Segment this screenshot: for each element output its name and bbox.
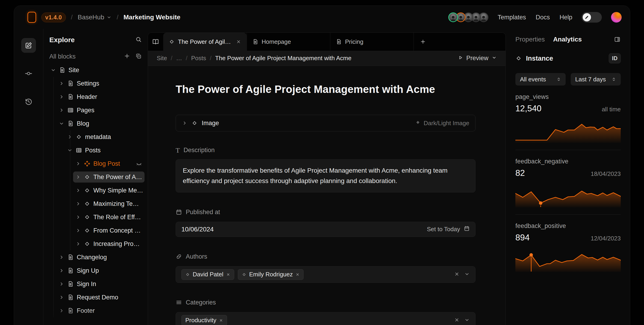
chevron-right-icon[interactable] [59,108,64,113]
tree-item-increasing-pro[interactable]: Increasing Pro… [43,237,148,250]
chip-emily-rodriguez[interactable]: Emily Rodriguez [238,269,304,280]
project-name[interactable]: Marketing Website [124,14,180,21]
search-icon[interactable] [135,36,142,44]
tree-item-header[interactable]: Header [43,90,148,104]
tree-item-request-demo[interactable]: Request Demo [43,291,148,304]
diamond-icon [169,39,175,45]
editor-tab[interactable]: Pricing [330,33,414,51]
diamond-icon [192,120,198,126]
editor-tab[interactable]: The Power of Agile… [163,33,247,51]
topbar-link-help[interactable]: Help [560,14,572,21]
chevron-right-icon[interactable] [67,134,72,140]
tree-item-why-simple-me[interactable]: Why Simple Me… [43,184,148,197]
breadcrumb-segment[interactable]: Site [157,55,167,62]
edit-mode-toggle[interactable] [582,12,602,22]
tab-analytics[interactable]: Analytics [553,36,582,43]
tree-item-site[interactable]: Site [43,64,148,77]
history-button[interactable] [21,94,36,109]
preview-button[interactable]: Preview [458,55,497,62]
new-tab-button[interactable] [414,33,432,51]
basehub-logo[interactable] [28,12,36,23]
chevron-right-icon[interactable] [75,188,81,193]
tree-item-the-power-of-a[interactable]: The Power of A… [43,170,148,184]
tree-item-maximizing-te[interactable]: Maximizing Te… [43,197,148,210]
chevron-right-icon[interactable] [59,308,64,314]
tree-item-label: metadata [85,134,111,140]
categories-input[interactable]: Productivity [176,312,476,325]
diamond-icon [76,134,82,140]
pencil-icon [583,13,591,22]
commits-button[interactable] [21,66,36,81]
chevron-right-icon[interactable] [75,174,81,180]
user-avatar[interactable] [611,12,622,22]
chevron-right-icon[interactable] [59,254,64,260]
tab-properties[interactable]: Properties [516,36,545,43]
collapse-panel-icon[interactable] [614,36,621,43]
editor-tab[interactable]: Homepage [247,33,330,51]
library-book-icon[interactable] [148,33,163,51]
tree-item-changelog[interactable]: Changelog [43,250,148,264]
tree-item-sign-up[interactable]: Sign Up [43,264,148,277]
chevron-down-icon[interactable] [67,148,72,153]
duplicate-icon[interactable] [135,53,142,60]
chevron-right-icon[interactable] [59,281,64,287]
tree-item-the-role-of-eff[interactable]: The Role of Eff… [43,210,148,224]
chevron-down-icon[interactable] [464,317,470,324]
updown-caret-icon [611,76,616,82]
description-input[interactable]: Explore the transformative benefits of A… [176,159,476,192]
chevron-right-icon[interactable] [59,94,64,100]
eye-closed-icon[interactable] [136,160,142,167]
topbar-link-docs[interactable]: Docs [536,14,550,21]
chevron-down-icon[interactable] [50,67,56,73]
chevron-right-icon[interactable] [182,120,188,126]
chevron-right-icon[interactable] [59,268,64,273]
chip-productivity[interactable]: Productivity [182,315,227,325]
remove-chip-icon[interactable] [219,318,223,322]
breadcrumb-segment[interactable]: Posts [191,55,206,62]
compose-button[interactable] [21,38,36,53]
remove-chip-icon[interactable] [226,272,230,276]
tree-item-settings[interactable]: Settings [43,77,148,90]
tree-item-sign-in[interactable]: Sign In [43,277,148,291]
tree-item-pages[interactable]: Pages [43,104,148,117]
topbar-link-templates[interactable]: Templates [498,14,526,21]
authors-input[interactable]: David Patel Emily Rodriguez [176,266,476,283]
chevron-right-icon[interactable] [75,201,81,206]
range-select[interactable]: Last 7 days [571,73,621,86]
add-block-icon[interactable] [124,53,130,60]
chevron-down-icon[interactable] [464,271,470,278]
tree-item-blog-post[interactable]: Blog Post [43,157,148,170]
explorer-sidebar: Explore All blocks Site Settings Header … [43,29,148,325]
image-field[interactable]: Image Dark/Light Image [176,115,476,132]
tree-item-blog[interactable]: Blog [43,117,148,130]
chevron-right-icon[interactable] [75,228,81,233]
clear-all-icon[interactable] [454,317,460,324]
published-date-input[interactable]: 10/06/2024 Set to Today [176,222,476,237]
clear-all-icon[interactable] [454,271,460,278]
chevron-right-icon[interactable] [75,241,81,247]
remove-chip-icon[interactable] [296,272,300,276]
breadcrumb-segment[interactable]: … [176,55,182,62]
tree-item-posts[interactable]: Posts [43,144,148,157]
close-tab-icon[interactable] [236,39,241,44]
set-to-today-button[interactable]: Set to Today [427,226,460,233]
chip-label: David Patel [193,271,223,278]
tree-item-from-concept[interactable]: From Concept … [43,224,148,237]
chevron-right-icon[interactable] [75,161,81,166]
calendar-icon[interactable] [464,226,470,233]
chevron-right-icon[interactable] [75,214,81,220]
tree-item-footer[interactable]: Footer [43,304,148,318]
all-blocks-label: All blocks [49,53,76,60]
chip-david-patel[interactable]: David Patel [182,269,234,280]
tree-item-metadata[interactable]: metadata [43,130,148,144]
tree-item-label: Sign Up [77,267,99,274]
chevron-right-icon[interactable] [59,294,64,300]
chevron-down-icon[interactable] [59,121,64,126]
org-switcher[interactable]: BaseHub [78,14,112,21]
divider [516,150,621,150]
events-select[interactable]: All events [516,73,566,86]
chevron-right-icon[interactable] [59,81,64,86]
id-badge-button[interactable]: ID [609,53,621,64]
breadcrumb-slash: / [71,14,73,21]
collaborator-avatar[interactable] [448,12,458,22]
